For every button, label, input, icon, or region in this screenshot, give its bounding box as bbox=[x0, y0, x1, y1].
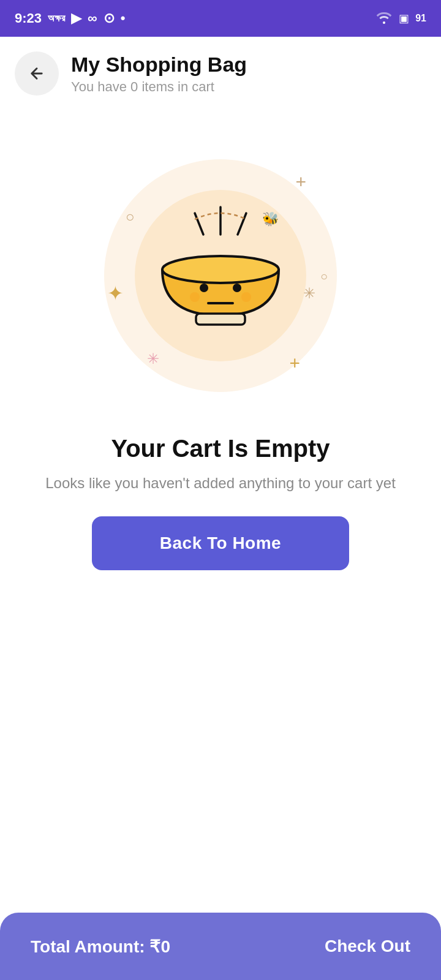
play-icon: ▶ bbox=[71, 10, 81, 26]
svg-point-5 bbox=[200, 284, 208, 292]
dot-icon: • bbox=[121, 10, 126, 26]
steam-lines bbox=[159, 201, 282, 252]
deco-circle-1: ○ bbox=[126, 208, 135, 225]
svg-point-9 bbox=[241, 292, 251, 302]
deco-plus-3: + bbox=[289, 353, 300, 374]
status-bar-right: ▣ 91 bbox=[375, 10, 426, 27]
empty-cart-title: Your Cart Is Empty bbox=[45, 435, 396, 462]
back-button[interactable] bbox=[15, 51, 59, 96]
empty-cart-section: Your Cart Is Empty Looks like you haven'… bbox=[45, 435, 396, 570]
main-content: + ○ ✦ ○ ✳ ✳ + 🐝 bbox=[0, 110, 441, 570]
time-display: 9:23 bbox=[15, 10, 42, 26]
bottom-bar: Total Amount: ₹0 Check Out bbox=[0, 913, 441, 980]
deco-star-1: ✳ bbox=[303, 285, 315, 302]
svg-line-2 bbox=[238, 213, 246, 235]
voicemail-icon: ∞ bbox=[88, 10, 97, 26]
deco-circle-2: ○ bbox=[320, 270, 328, 284]
checkout-button[interactable]: Check Out bbox=[325, 937, 410, 956]
status-bar-left: 9:23 অক্ষর ▶ ∞ ⊙ • bbox=[15, 10, 125, 26]
deco-plus-2: ✦ bbox=[107, 282, 124, 305]
deco-star-2: ✳ bbox=[147, 350, 159, 368]
screen-icon: ▣ bbox=[399, 12, 409, 25]
page-title: My Shopping Bag bbox=[71, 53, 247, 77]
svg-point-3 bbox=[162, 256, 279, 283]
header-text: My Shopping Bag You have 0 items in cart bbox=[71, 53, 247, 95]
status-bar: 9:23 অক্ষর ▶ ∞ ⊙ • ▣ 91 bbox=[0, 0, 441, 37]
cart-count-text: You have 0 items in cart bbox=[71, 79, 247, 95]
empty-cart-subtitle: Looks like you haven't added anything to… bbox=[45, 472, 396, 494]
empty-cart-illustration: + ○ ✦ ○ ✳ ✳ + 🐝 bbox=[92, 147, 349, 404]
vpn-icon: ⊙ bbox=[104, 10, 115, 26]
svg-rect-4 bbox=[196, 314, 245, 325]
total-amount-label: Total Amount: ₹0 bbox=[31, 937, 170, 957]
battery-icon: 91 bbox=[415, 13, 426, 24]
wifi-icon bbox=[375, 10, 393, 27]
svg-point-8 bbox=[190, 292, 200, 302]
back-to-home-button[interactable]: Back To Home bbox=[92, 516, 349, 570]
deco-plus-1: + bbox=[295, 172, 306, 192]
svg-point-6 bbox=[233, 284, 241, 292]
network-icon: অক্ষর bbox=[48, 13, 65, 24]
header: My Shopping Bag You have 0 items in cart bbox=[0, 37, 441, 110]
